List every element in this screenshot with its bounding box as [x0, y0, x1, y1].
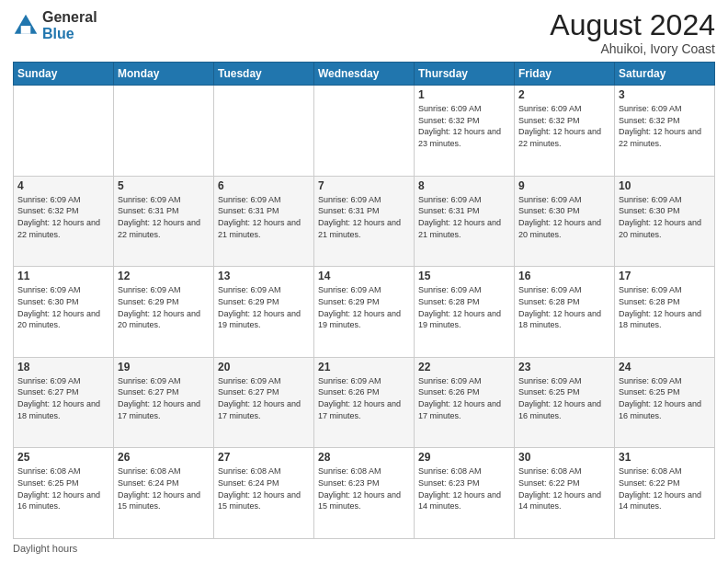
day-number: 26 — [118, 451, 210, 464]
day-number: 15 — [418, 270, 510, 282]
calendar-cell — [314, 86, 415, 177]
day-info: Sunrise: 6:09 AM Sunset: 6:32 PM Dayligh… — [619, 103, 711, 149]
calendar-cell: 3Sunrise: 6:09 AM Sunset: 6:32 PM Daylig… — [615, 86, 715, 177]
calendar-cell: 19Sunrise: 6:09 AM Sunset: 6:27 PM Dayli… — [114, 357, 214, 448]
day-info: Sunrise: 6:09 AM Sunset: 6:26 PM Dayligh… — [318, 375, 410, 421]
day-number: 25 — [17, 451, 109, 464]
day-number: 22 — [418, 361, 510, 373]
day-info: Sunrise: 6:09 AM Sunset: 6:29 PM Dayligh… — [318, 284, 410, 330]
day-info: Sunrise: 6:09 AM Sunset: 6:31 PM Dayligh… — [418, 194, 510, 240]
day-info: Sunrise: 6:08 AM Sunset: 6:24 PM Dayligh… — [118, 465, 210, 511]
col-friday: Friday — [515, 63, 615, 86]
day-number: 28 — [318, 451, 410, 464]
calendar-cell: 16Sunrise: 6:09 AM Sunset: 6:28 PM Dayli… — [515, 267, 615, 358]
day-info: Sunrise: 6:08 AM Sunset: 6:23 PM Dayligh… — [418, 465, 510, 511]
day-info: Sunrise: 6:09 AM Sunset: 6:26 PM Dayligh… — [418, 375, 510, 421]
calendar-cell: 6Sunrise: 6:09 AM Sunset: 6:31 PM Daylig… — [214, 176, 314, 267]
day-info: Sunrise: 6:09 AM Sunset: 6:28 PM Dayligh… — [518, 284, 610, 330]
header: General Blue August 2024 Ahuikoi, Ivory … — [13, 9, 715, 56]
day-number: 27 — [218, 451, 310, 464]
location: Ahuikoi, Ivory Coast — [550, 41, 715, 56]
day-number: 31 — [619, 451, 711, 464]
day-number: 30 — [518, 451, 610, 464]
calendar-cell: 1Sunrise: 6:09 AM Sunset: 6:32 PM Daylig… — [415, 86, 515, 177]
svg-rect-1 — [21, 26, 31, 34]
calendar-cell: 23Sunrise: 6:09 AM Sunset: 6:25 PM Dayli… — [515, 357, 615, 448]
calendar-cell: 29Sunrise: 6:08 AM Sunset: 6:23 PM Dayli… — [415, 448, 515, 539]
calendar-cell: 10Sunrise: 6:09 AM Sunset: 6:30 PM Dayli… — [615, 176, 715, 267]
calendar-cell: 18Sunrise: 6:09 AM Sunset: 6:27 PM Dayli… — [14, 357, 114, 448]
day-info: Sunrise: 6:08 AM Sunset: 6:22 PM Dayligh… — [619, 465, 711, 511]
day-info: Sunrise: 6:09 AM Sunset: 6:31 PM Dayligh… — [218, 194, 310, 240]
col-saturday: Saturday — [615, 63, 715, 86]
day-info: Sunrise: 6:09 AM Sunset: 6:32 PM Dayligh… — [17, 194, 109, 240]
day-number: 6 — [218, 179, 310, 192]
day-info: Sunrise: 6:09 AM Sunset: 6:30 PM Dayligh… — [518, 194, 610, 240]
title-block: August 2024 Ahuikoi, Ivory Coast — [550, 9, 715, 56]
calendar-cell: 31Sunrise: 6:08 AM Sunset: 6:22 PM Dayli… — [615, 448, 715, 539]
calendar-cell — [14, 86, 114, 177]
day-number: 12 — [118, 270, 210, 282]
day-number: 11 — [17, 270, 109, 282]
header-row: Sunday Monday Tuesday Wednesday Thursday… — [14, 63, 715, 86]
day-number: 2 — [518, 88, 610, 101]
calendar-cell: 28Sunrise: 6:08 AM Sunset: 6:23 PM Dayli… — [314, 448, 415, 539]
calendar-cell — [214, 86, 314, 177]
calendar-cell: 9Sunrise: 6:09 AM Sunset: 6:30 PM Daylig… — [515, 176, 615, 267]
day-number: 9 — [518, 179, 610, 192]
calendar-cell: 20Sunrise: 6:09 AM Sunset: 6:27 PM Dayli… — [214, 357, 314, 448]
calendar-cell: 14Sunrise: 6:09 AM Sunset: 6:29 PM Dayli… — [314, 267, 415, 358]
day-info: Sunrise: 6:09 AM Sunset: 6:31 PM Dayligh… — [318, 194, 410, 240]
daylight-label: Daylight hours — [13, 543, 77, 554]
calendar-cell: 24Sunrise: 6:09 AM Sunset: 6:25 PM Dayli… — [615, 357, 715, 448]
day-number: 14 — [318, 270, 410, 282]
calendar-table: Sunday Monday Tuesday Wednesday Thursday… — [13, 62, 715, 539]
calendar-week-4: 18Sunrise: 6:09 AM Sunset: 6:27 PM Dayli… — [14, 357, 715, 448]
calendar-cell: 4Sunrise: 6:09 AM Sunset: 6:32 PM Daylig… — [14, 176, 114, 267]
day-number: 8 — [418, 179, 510, 192]
day-number: 29 — [418, 451, 510, 464]
calendar-cell: 25Sunrise: 6:08 AM Sunset: 6:25 PM Dayli… — [14, 448, 114, 539]
calendar-week-2: 4Sunrise: 6:09 AM Sunset: 6:32 PM Daylig… — [14, 176, 715, 267]
col-wednesday: Wednesday — [314, 63, 415, 86]
day-number: 17 — [619, 270, 711, 282]
col-tuesday: Tuesday — [214, 63, 314, 86]
day-number: 19 — [118, 361, 210, 373]
day-number: 4 — [17, 179, 109, 192]
calendar-cell — [114, 86, 214, 177]
col-sunday: Sunday — [14, 63, 114, 86]
day-number: 1 — [418, 88, 510, 101]
day-number: 24 — [619, 361, 711, 373]
day-number: 5 — [118, 179, 210, 192]
day-info: Sunrise: 6:09 AM Sunset: 6:29 PM Dayligh… — [218, 284, 310, 330]
calendar-cell: 22Sunrise: 6:09 AM Sunset: 6:26 PM Dayli… — [415, 357, 515, 448]
day-info: Sunrise: 6:09 AM Sunset: 6:27 PM Dayligh… — [118, 375, 210, 421]
calendar-week-3: 11Sunrise: 6:09 AM Sunset: 6:30 PM Dayli… — [14, 267, 715, 358]
logo-icon — [13, 13, 39, 39]
day-number: 23 — [518, 361, 610, 373]
day-number: 13 — [218, 270, 310, 282]
day-info: Sunrise: 6:09 AM Sunset: 6:30 PM Dayligh… — [619, 194, 711, 240]
calendar-cell: 7Sunrise: 6:09 AM Sunset: 6:31 PM Daylig… — [314, 176, 415, 267]
day-info: Sunrise: 6:09 AM Sunset: 6:27 PM Dayligh… — [218, 375, 310, 421]
day-info: Sunrise: 6:09 AM Sunset: 6:32 PM Dayligh… — [518, 103, 610, 149]
col-thursday: Thursday — [415, 63, 515, 86]
page: General Blue August 2024 Ahuikoi, Ivory … — [0, 0, 728, 563]
calendar-cell: 15Sunrise: 6:09 AM Sunset: 6:28 PM Dayli… — [415, 267, 515, 358]
day-info: Sunrise: 6:09 AM Sunset: 6:32 PM Dayligh… — [418, 103, 510, 149]
day-info: Sunrise: 6:09 AM Sunset: 6:28 PM Dayligh… — [418, 284, 510, 330]
day-info: Sunrise: 6:08 AM Sunset: 6:23 PM Dayligh… — [318, 465, 410, 511]
day-info: Sunrise: 6:09 AM Sunset: 6:29 PM Dayligh… — [118, 284, 210, 330]
calendar-cell: 13Sunrise: 6:09 AM Sunset: 6:29 PM Dayli… — [214, 267, 314, 358]
day-number: 21 — [318, 361, 410, 373]
calendar-cell: 5Sunrise: 6:09 AM Sunset: 6:31 PM Daylig… — [114, 176, 214, 267]
col-monday: Monday — [114, 63, 214, 86]
logo-text: General Blue — [42, 9, 97, 41]
calendar-cell: 26Sunrise: 6:08 AM Sunset: 6:24 PM Dayli… — [114, 448, 214, 539]
calendar-cell: 17Sunrise: 6:09 AM Sunset: 6:28 PM Dayli… — [615, 267, 715, 358]
calendar-cell: 12Sunrise: 6:09 AM Sunset: 6:29 PM Dayli… — [114, 267, 214, 358]
day-info: Sunrise: 6:09 AM Sunset: 6:25 PM Dayligh… — [518, 375, 610, 421]
day-number: 7 — [318, 179, 410, 192]
day-info: Sunrise: 6:09 AM Sunset: 6:30 PM Dayligh… — [17, 284, 109, 330]
calendar-cell: 21Sunrise: 6:09 AM Sunset: 6:26 PM Dayli… — [314, 357, 415, 448]
